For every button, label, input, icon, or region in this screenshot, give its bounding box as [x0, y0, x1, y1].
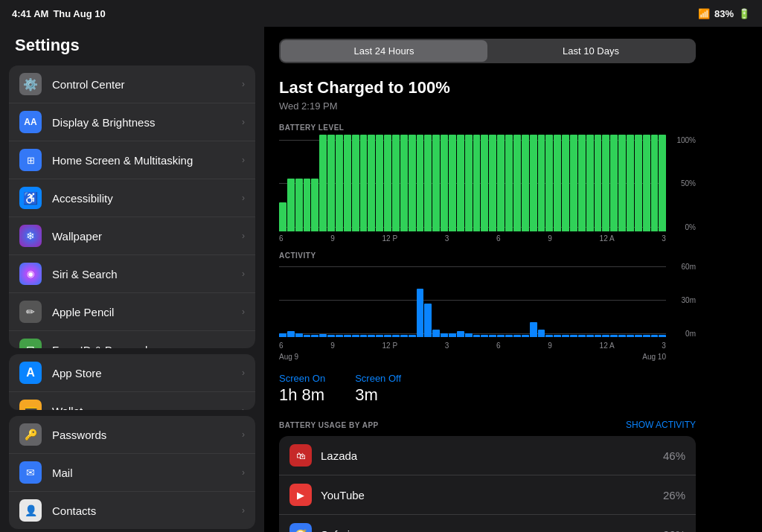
- sidebar-item-faceid[interactable]: ⊡ Face ID & Passcode ›: [9, 331, 255, 348]
- sidebar-item-display[interactable]: AA Display & Brightness ›: [9, 103, 255, 141]
- sidebar-title: Settings: [0, 27, 264, 63]
- sidebar-label-homescreen: Home Screen & Multitasking: [52, 154, 242, 167]
- sidebar-item-wallpaper[interactable]: ❄ Wallpaper ›: [9, 217, 255, 255]
- segment-control[interactable]: Last 24 Hours Last 10 Days: [279, 39, 696, 63]
- segment-24h[interactable]: Last 24 Hours: [281, 40, 487, 62]
- lazada-icon: 🛍: [289, 444, 312, 467]
- act-y-0: 0m: [685, 330, 696, 338]
- battery-icon: 🔋: [738, 8, 750, 19]
- siri-icon: ◉: [19, 263, 42, 285]
- sidebar-item-accessibility[interactable]: ♿ Accessibility ›: [9, 179, 255, 217]
- sidebar-label-accessibility: Accessibility: [52, 192, 242, 205]
- show-activity-btn[interactable]: SHOW ACTIVITY: [626, 420, 696, 430]
- y-label-100: 100%: [676, 135, 696, 144]
- sidebar-item-passwords[interactable]: 🔑 Passwords ›: [9, 416, 255, 454]
- app-usage-list: 🛍 Lazada 46% ▶ YouTube 26% 🧭 Safari 26% …: [279, 436, 696, 532]
- date-labels: Aug 9 Aug 10: [279, 353, 696, 361]
- youtube-icon: ▶: [289, 484, 312, 506]
- sidebar-item-wallet[interactable]: 💳 Wallet ›: [9, 392, 255, 410]
- chevron-icon: ›: [242, 505, 245, 516]
- battery-level-chart: [279, 135, 666, 231]
- sidebar-group-store: A App Store › 💳 Wallet ›: [9, 354, 255, 410]
- sidebar-label-control-center: Control Center: [52, 78, 242, 91]
- sidebar: Settings ⚙️ Control Center › AA Display …: [0, 27, 264, 532]
- chevron-icon: ›: [242, 155, 245, 165]
- faceid-icon: ⊡: [19, 339, 42, 348]
- sidebar-item-contacts[interactable]: 👤 Contacts ›: [9, 492, 255, 529]
- youtube-pct: 26%: [663, 489, 685, 501]
- sidebar-label-pencil: Apple Pencil: [52, 306, 242, 318]
- screen-off-stat: Screen Off 3m: [355, 373, 401, 405]
- y-label-50: 50%: [681, 179, 696, 188]
- app-youtube[interactable]: ▶ YouTube 26%: [279, 475, 696, 515]
- safari-name: Safari: [321, 528, 663, 533]
- sidebar-item-homescreen[interactable]: ⊞ Home Screen & Multitasking ›: [9, 141, 255, 179]
- sidebar-label-wallet: Wallet: [52, 405, 242, 411]
- battery-x-labels: 6 9 12 P 3 6 9 12 A 3: [279, 234, 696, 243]
- y-label-0: 0%: [685, 222, 696, 231]
- sidebar-label-mail: Mail: [52, 467, 242, 479]
- sidebar-label-siri: Siri & Search: [52, 268, 242, 281]
- contacts-icon: 👤: [19, 499, 42, 522]
- usage-by-app-label: BATTERY USAGE BY APP: [279, 421, 379, 429]
- screen-off-label: Screen Off: [355, 373, 401, 384]
- wallet-icon: 💳: [19, 400, 42, 410]
- battery-pct: 83%: [714, 8, 734, 19]
- mail-icon: ✉: [19, 461, 42, 484]
- safari-icon: 🧭: [289, 523, 312, 532]
- sidebar-item-siri[interactable]: ◉ Siri & Search ›: [9, 255, 255, 293]
- screen-on-value: 1h 8m: [279, 385, 325, 405]
- sidebar-label-appstore: App Store: [52, 367, 242, 379]
- screen-on-label: Screen On: [279, 373, 325, 384]
- sidebar-label-passwords: Passwords: [52, 429, 242, 441]
- activity-label: ACTIVITY: [279, 251, 696, 260]
- chevron-icon: ›: [242, 193, 245, 203]
- sidebar-item-mail[interactable]: ✉ Mail ›: [9, 454, 255, 492]
- last-charged-sub: Wed 2:19 PM: [279, 100, 696, 112]
- sidebar-label-wallpaper: Wallpaper: [52, 230, 242, 243]
- battery-panel: Last 24 Hours Last 10 Days Last Charged …: [264, 27, 711, 532]
- sidebar-label-contacts: Contacts: [52, 504, 242, 517]
- passwords-icon: 🔑: [19, 423, 42, 446]
- pencil-icon: ✏: [19, 301, 42, 323]
- sidebar-item-control-center[interactable]: ⚙️ Control Center ›: [9, 65, 255, 103]
- act-y-60: 60m: [682, 263, 696, 271]
- chevron-icon: ›: [242, 307, 245, 317]
- screen-stats: Screen On 1h 8m Screen Off 3m: [279, 373, 696, 405]
- homescreen-icon: ⊞: [19, 149, 42, 171]
- content-area: Last 24 Hours Last 10 Days Last Charged …: [264, 27, 762, 532]
- main-layout: Settings ⚙️ Control Center › AA Display …: [0, 27, 762, 532]
- chevron-icon: ›: [242, 344, 245, 348]
- day: Thu Aug 10: [53, 8, 105, 19]
- activity-x-labels: 6 9 12 P 3 6 9 12 A 3: [279, 342, 696, 350]
- safari-pct: 26%: [663, 528, 685, 533]
- youtube-name: YouTube: [321, 489, 663, 501]
- status-right: 📶 83% 🔋: [698, 8, 750, 19]
- segment-10d[interactable]: Last 10 Days: [487, 40, 694, 62]
- appstore-icon: A: [19, 362, 42, 384]
- app-safari[interactable]: 🧭 Safari 26%: [279, 515, 696, 532]
- screen-on-stat: Screen On 1h 8m: [279, 373, 325, 405]
- chevron-icon: ›: [242, 368, 245, 378]
- battery-level-label: BATTERY LEVEL: [279, 124, 696, 132]
- wifi-icon: 📶: [698, 8, 710, 19]
- sidebar-group-accounts: 🔑 Passwords › ✉ Mail › 👤 Contacts › 📅 Ca…: [9, 416, 255, 529]
- usage-header: BATTERY USAGE BY APP SHOW ACTIVITY: [279, 420, 696, 430]
- chevron-icon: ›: [242, 117, 245, 127]
- sidebar-group-top: ⚙️ Control Center › AA Display & Brightn…: [9, 65, 255, 348]
- lazada-pct: 46%: [663, 449, 685, 462]
- sidebar-label-display: Display & Brightness: [52, 116, 242, 129]
- display-icon: AA: [19, 111, 42, 133]
- sidebar-item-pencil[interactable]: ✏ Apple Pencil ›: [9, 293, 255, 331]
- chevron-icon: ›: [242, 231, 245, 241]
- chevron-icon: ›: [242, 269, 245, 279]
- last-charged-title: Last Charged to 100%: [279, 78, 696, 97]
- status-bar: 4:41 AM Thu Aug 10 📶 83% 🔋: [0, 0, 762, 27]
- app-lazada[interactable]: 🛍 Lazada 46%: [279, 436, 696, 475]
- accessibility-icon: ♿: [19, 187, 42, 209]
- sidebar-item-appstore[interactable]: A App Store ›: [9, 354, 255, 392]
- screen-off-value: 3m: [355, 385, 401, 405]
- lazada-name: Lazada: [321, 449, 663, 462]
- chevron-icon: ›: [242, 467, 245, 478]
- act-y-30: 30m: [682, 296, 696, 304]
